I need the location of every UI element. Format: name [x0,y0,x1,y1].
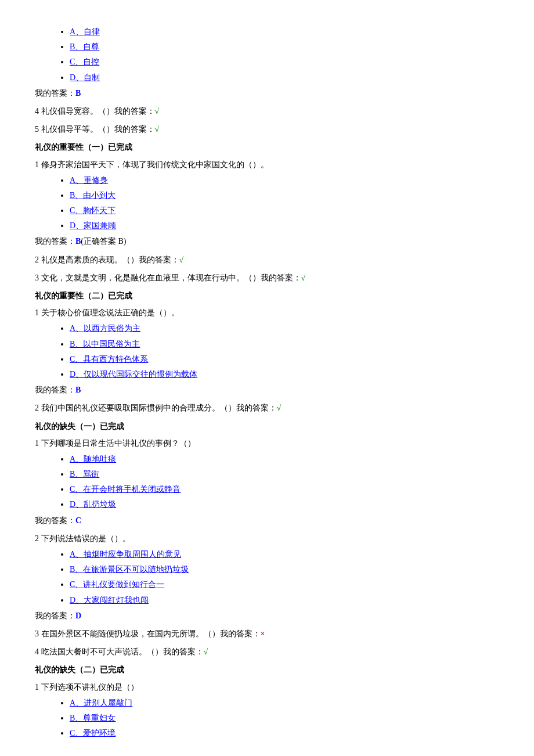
inline-answer-3: 3 在国外景区不能随便扔垃圾，在国内无所谓。（）我的答案：× [35,627,488,641]
section-importance-2: 礼仪的重要性（二）已完成 1 关于核心价值理念说法正确的是（）。 A、以西方民俗… [35,289,488,416]
list-item: D、仅以现代国际交往的惯例为载体 [70,367,488,381]
list-item: B、尊重妇女 [70,711,488,725]
section-title: 礼仪的缺失（一）已完成 [35,419,488,434]
answer-check: √ [179,255,184,264]
list-item: B、由小到大 [70,188,488,203]
answer-value: B [75,89,81,98]
list-item: C、在开会时将手机关闭或静音 [70,482,488,496]
question-text: 1 下列哪项是日常生活中讲礼仪的事例？（） [35,436,488,451]
option-link[interactable]: D、仅以现代国际交往的惯例为载体 [70,370,197,379]
list-item: C、讲礼仪要做到知行合一 [70,577,488,592]
options-list: A、抽烟时应争取周围人的意见 B、在旅游景区不可以随地扔垃圾 C、讲礼仪要做到知… [35,547,488,607]
section-lack-1: 礼仪的缺失（一）已完成 1 下列哪项是日常生活中讲礼仪的事例？（） A、随地吐痰… [35,419,488,660]
inline-answer-3: 3 文化，文就是文明，化是融化在血液里，体现在行动中。（）我的答案：√ [35,271,488,285]
option-link[interactable]: C、自控 [70,57,99,66]
option-link[interactable]: C、具有西方特色体系 [70,355,148,363]
option-link[interactable]: D、大家闯红灯我也闯 [70,596,149,604]
list-item: C、自控 [70,55,488,69]
option-link[interactable]: B、骂街 [70,470,99,478]
section-title: 礼仪的重要性（二）已完成 [35,289,488,303]
list-item: D、乱扔垃圾 [70,497,488,512]
question-text: 1 下列选项不讲礼仪的是（） [35,680,488,694]
inline-answer-5: 5 礼仪倡导平等。（）我的答案：√ [35,122,488,136]
section-importance-1: 礼仪的重要性（一）已完成 1 修身齐家治国平天下，体现了我们传统文化中家国文化的… [35,140,488,285]
answer-check: × [261,629,265,638]
options-list: A、自律 B、自尊 C、自控 D、自制 [35,24,488,85]
list-item: D、自制 [70,70,488,85]
option-link[interactable]: A、自律 [70,27,100,36]
option-link[interactable]: A、重修身 [70,176,108,185]
list-item: A、进别人屋敲门 [70,696,488,710]
page-content: A、自律 B、自尊 C、自控 D、自制 我的答案：B 4 礼仪倡导宽容。（）我的… [35,24,488,740]
options-list: A、进别人屋敲门 B、尊重妇女 C、爱护环境 [35,696,488,741]
list-item: C、爱护环境 [70,726,488,740]
answer-check: √ [204,647,208,656]
answer-check: √ [155,125,160,134]
option-link[interactable]: C、讲礼仪要做到知行合一 [70,580,164,589]
inline-answer-4: 4 礼仪倡导宽容。（）我的答案：√ [35,104,488,118]
option-link[interactable]: C、爱护环境 [70,729,116,737]
list-item: A、自律 [70,24,488,39]
question-text: 2 下列说法错误的是（）。 [35,531,488,546]
answer-line: 我的答案：B [35,383,488,397]
option-link[interactable]: A、进别人屋敲门 [70,699,132,707]
option-link[interactable]: B、由小到大 [70,191,116,200]
answer-line: 我的答案：C [35,513,488,528]
option-link[interactable]: B、以中国民俗为主 [70,340,140,348]
option-link[interactable]: C、胸怀天下 [70,206,116,215]
inline-answer-2: 2 礼仪是高素质的表现。（）我的答案：√ [35,253,488,267]
answer-line: 我的答案：B [35,86,488,100]
list-item: A、重修身 [70,173,488,188]
list-item: C、具有西方特色体系 [70,352,488,366]
answer-value: C [75,516,81,525]
list-item: A、随地吐痰 [70,452,488,466]
answer-check: √ [155,107,160,116]
list-item: C、胸怀天下 [70,203,488,218]
top-options-block: A、自律 B、自尊 C、自控 D、自制 我的答案：B 4 礼仪倡导宽容。（）我的… [35,24,488,136]
inline-answer-2: 2 我们中国的礼仪还要吸取国际惯例中的合理成分。（）我的答案：√ [35,401,488,415]
list-item: D、家国兼顾 [70,218,488,233]
option-link[interactable]: C、在开会时将手机关闭或静音 [70,485,181,494]
list-item: B、骂街 [70,467,488,481]
answer-check: √ [277,404,282,412]
list-item: A、以西方民俗为主 [70,321,488,336]
option-link[interactable]: D、乱扔垃圾 [70,500,116,509]
answer-line: 我的答案：B(正确答案 B) [35,234,488,249]
option-link[interactable]: A、以西方民俗为主 [70,324,140,333]
option-link[interactable]: B、在旅游景区不可以随地扔垃圾 [70,565,189,574]
question-text: 1 修身齐家治国平天下，体现了我们传统文化中家国文化的（）。 [35,157,488,172]
answer-line: 我的答案：D [35,609,488,623]
option-link[interactable]: B、自尊 [70,42,99,51]
option-link[interactable]: A、抽烟时应争取周围人的意见 [70,550,181,559]
list-item: B、以中国民俗为主 [70,337,488,351]
list-item: D、大家闯红灯我也闯 [70,593,488,607]
section-title: 礼仪的重要性（一）已完成 [35,140,488,154]
option-link[interactable]: D、家国兼顾 [70,221,116,230]
answer-value: B [75,237,81,246]
answer-value: D [75,611,81,620]
options-list: A、以西方民俗为主 B、以中国民俗为主 C、具有西方特色体系 D、仅以现代国际交… [35,321,488,381]
inline-answer-4: 4 吃法国大餐时不可大声说话。（）我的答案：√ [35,645,488,659]
list-item: B、在旅游景区不可以随地扔垃圾 [70,562,488,577]
answer-check: √ [301,273,306,282]
list-item: A、抽烟时应争取周围人的意见 [70,547,488,561]
option-link[interactable]: D、自制 [70,73,100,82]
option-link[interactable]: A、随地吐痰 [70,455,116,463]
options-list: A、重修身 B、由小到大 C、胸怀天下 D、家国兼顾 [35,173,488,233]
section-lack-2: 礼仪的缺失（二）已完成 1 下列选项不讲礼仪的是（） A、进别人屋敲门 B、尊重… [35,663,488,740]
option-link[interactable]: B、尊重妇女 [70,714,116,722]
question-text: 1 关于核心价值理念说法正确的是（）。 [35,305,488,320]
section-title: 礼仪的缺失（二）已完成 [35,663,488,677]
options-list: A、随地吐痰 B、骂街 C、在开会时将手机关闭或静音 D、乱扔垃圾 [35,452,488,512]
answer-value: B [75,386,81,394]
answer-correct: (正确答案 B) [81,237,126,246]
list-item: B、自尊 [70,39,488,54]
